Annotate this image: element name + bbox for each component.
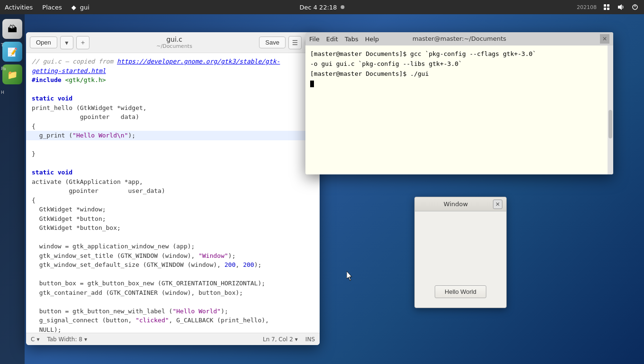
volume-icon[interactable] xyxy=(617,3,625,11)
cursor-position[interactable]: Ln 7, Col 2 ▾ xyxy=(263,336,298,343)
terminal-content[interactable]: [master@master Documents]$ gcc `pkg-conf… xyxy=(305,46,608,174)
code-editor[interactable]: // gui.c – copied from https://developer… xyxy=(26,53,320,333)
places-button[interactable]: Places xyxy=(42,4,62,11)
svg-rect-3 xyxy=(607,8,609,10)
terminal-scrollbar[interactable] xyxy=(608,46,613,174)
gedit-dock-icon[interactable]: 📝 xyxy=(2,42,22,62)
dock-label-h: H xyxy=(1,90,4,95)
topbar-center: Dec 4 22:18 xyxy=(299,4,344,11)
terminal-titlebar: File Edit Tabs Help master@master:~/Docu… xyxy=(305,32,613,46)
editor-content-area: // gui.c – copied from https://developer… xyxy=(26,53,320,333)
side-dock: 🏔 📝 📁 T Pa H xyxy=(0,14,25,364)
notification-dot xyxy=(341,5,345,9)
power-icon[interactable] xyxy=(631,3,639,11)
save-button[interactable]: Save xyxy=(259,36,286,48)
menu-button[interactable]: ☰ xyxy=(288,36,302,49)
terminal-title: master@master:~/Documents xyxy=(412,35,506,42)
editor-filepath: ~/Documents xyxy=(92,43,257,49)
datetime-label: Dec 4 22:18 xyxy=(299,4,337,11)
gnome-dock-icon[interactable]: 🏔 xyxy=(2,19,22,39)
svg-rect-2 xyxy=(604,8,606,10)
gtk-demo-window: Window ✕ Hello World xyxy=(414,197,507,308)
tray-extra-label: 202108 xyxy=(577,4,597,10)
svg-rect-0 xyxy=(604,4,606,7)
terminal-window: File Edit Tabs Help master@master:~/Docu… xyxy=(305,32,613,174)
hello-world-button[interactable]: Hello World xyxy=(435,285,486,298)
dock-label-t: T xyxy=(1,43,4,47)
topbar: Activities Places ◆ gui Dec 4 22:18 2021… xyxy=(0,0,644,14)
terminal-help-menu[interactable]: Help xyxy=(365,36,379,43)
app-logo-icon: ◆ xyxy=(72,4,76,11)
svg-marker-4 xyxy=(618,4,622,10)
editor-statusbar: C ▾ Tab Width: 8 ▾ Ln 7, Col 2 ▾ INS xyxy=(26,333,320,345)
terminal-scrollbar-thumb xyxy=(608,110,612,138)
terminal-file-menu[interactable]: File xyxy=(309,36,320,43)
terminal-tabs-menu[interactable]: Tabs xyxy=(345,36,358,43)
gtk-demo-close-button[interactable]: ✕ xyxy=(493,200,502,209)
terminal-close-button[interactable]: ✕ xyxy=(600,34,609,44)
insert-mode: INS xyxy=(305,336,315,343)
dock-label-pa: Pa xyxy=(1,66,6,71)
topbar-right: 202108 xyxy=(577,3,639,11)
editor-title-area: gui.c ~/Documents xyxy=(92,36,257,49)
open-dropdown-button[interactable]: ▾ xyxy=(60,36,73,49)
new-tab-button[interactable]: ＋ xyxy=(76,36,89,49)
editor-titlebar: Open ▾ ＋ gui.c ~/Documents Save ☰ ✕ xyxy=(26,32,320,53)
network-icon[interactable] xyxy=(602,3,611,11)
terminal-edit-menu[interactable]: Edit xyxy=(326,36,338,43)
svg-rect-1 xyxy=(607,4,609,7)
tab-width-selector[interactable]: Tab Width: 8 ▾ xyxy=(47,336,87,343)
language-selector[interactable]: C ▾ xyxy=(31,336,39,343)
topbar-left: Activities Places ◆ gui xyxy=(5,4,89,11)
open-button[interactable]: Open xyxy=(30,36,57,48)
terminal-wrapper: [master@master Documents]$ gcc `pkg-conf… xyxy=(305,46,613,174)
editor-filename: gui.c xyxy=(92,36,257,43)
app-name-label: ◆ gui xyxy=(72,4,89,11)
gtk-demo-body: Hello World xyxy=(415,211,506,308)
gtk-demo-titlebar: Window ✕ xyxy=(415,197,506,211)
gtk-demo-title: Window xyxy=(419,200,493,208)
activities-button[interactable]: Activities xyxy=(5,4,33,11)
editor-window: Open ▾ ＋ gui.c ~/Documents Save ☰ ✕ // g… xyxy=(26,32,320,345)
